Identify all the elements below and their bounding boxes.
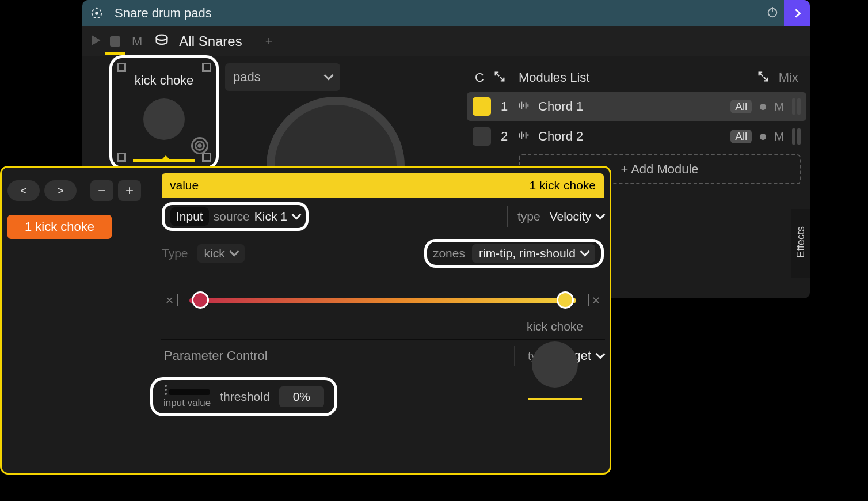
kind-select[interactable]: kick <box>197 244 245 263</box>
corner-icon <box>117 153 126 162</box>
divider <box>507 206 508 227</box>
module-dot-icon[interactable] <box>760 134 766 140</box>
module-mute[interactable]: M <box>774 130 784 143</box>
module-name: Chord 2 <box>538 129 722 144</box>
expand-icon[interactable] <box>493 70 506 85</box>
module-row[interactable]: 2 Chord 2 All M <box>467 122 806 151</box>
svg-point-24 <box>199 145 201 147</box>
kick-choke-pad-card[interactable]: kick choke <box>109 55 219 169</box>
mapping-chip[interactable]: 1 kick choke <box>7 215 112 239</box>
panel-main: value 1 kick choke Input source Kick 1 t… <box>162 173 604 416</box>
expand-icon-2[interactable] <box>757 70 770 85</box>
module-all-badge[interactable]: All <box>730 100 752 113</box>
threshold-group: input value threshold 0% <box>150 377 337 416</box>
zones-group: zones rim-tip, rim-should <box>424 239 604 268</box>
source-select[interactable]: Kick 1 <box>254 210 300 223</box>
plus-button[interactable]: + <box>118 180 141 201</box>
svg-point-7 <box>157 35 167 40</box>
chevron-down-icon <box>291 210 301 220</box>
power-icon[interactable] <box>766 6 779 21</box>
add-module-label: + Add Module <box>620 162 698 177</box>
close-icon[interactable]: ✕ <box>592 294 600 307</box>
chevron-down-icon <box>596 350 606 359</box>
svg-marker-6 <box>92 35 101 45</box>
mapping-popup: < > − + 1 kick choke value 1 kick choke … <box>0 166 611 475</box>
chevron-down-icon <box>324 71 334 81</box>
slider-handle-max[interactable] <box>557 291 574 309</box>
module-row[interactable]: 1 Chord 1 All M <box>467 92 806 121</box>
parameter-control-label: Parameter Control <box>164 348 268 363</box>
drag-handle-icon[interactable] <box>165 385 167 395</box>
threshold-value-input[interactable]: 0% <box>279 386 324 407</box>
svg-point-0 <box>95 12 98 15</box>
corner-icon <box>202 63 211 72</box>
kind-value: kick <box>204 246 225 260</box>
modules-header: C Modules List Mix <box>467 64 806 91</box>
module-index: 2 <box>499 129 509 144</box>
range-slider[interactable]: ✕ ✕ <box>162 289 604 312</box>
pads-select-label: pads <box>233 70 261 85</box>
zones-select[interactable]: rim-tip, rim-should <box>472 244 595 263</box>
next-button[interactable]: > <box>44 180 77 201</box>
type-value: Velocity <box>550 210 591 223</box>
tick-icon <box>177 294 178 306</box>
key-label: C <box>475 70 484 85</box>
input-value-label: input value <box>163 397 211 409</box>
type-label: type <box>517 210 540 223</box>
preset-tab[interactable]: All Snares <box>179 33 242 50</box>
play-button[interactable] <box>88 33 103 50</box>
mapping-chip-label: 1 kick choke <box>25 219 94 234</box>
module-dot-icon[interactable] <box>760 104 766 110</box>
input-chip[interactable]: Input <box>170 207 209 226</box>
pad-circle-icon <box>143 98 185 140</box>
corner-icon <box>117 63 126 72</box>
threshold-label: threshold <box>220 390 269 404</box>
effects-tab[interactable]: Effects <box>791 209 810 278</box>
divider <box>514 346 515 366</box>
value-header-left: value <box>170 179 199 192</box>
next-panel-button[interactable] <box>784 0 810 26</box>
modules-list-label: Modules List <box>519 70 590 85</box>
source-value: Kick 1 <box>254 210 287 223</box>
target-underline <box>528 398 582 400</box>
popup-toolbar: < > − + <box>7 180 141 201</box>
minus-button[interactable]: − <box>90 180 113 201</box>
chevron-down-icon <box>580 247 590 257</box>
target-preview-label: kick choke <box>527 320 583 333</box>
value-header: value 1 kick choke <box>162 173 604 198</box>
module-color[interactable] <box>473 97 491 116</box>
stop-button[interactable] <box>106 33 124 50</box>
add-tab-button[interactable]: + <box>265 34 273 49</box>
zones-label: zones <box>433 246 465 260</box>
target-preview: kick choke <box>527 320 583 400</box>
chevron-down-icon <box>229 247 239 257</box>
module-mute[interactable]: M <box>774 100 784 113</box>
mix-label: Mix <box>779 70 798 85</box>
type-select[interactable]: Velocity <box>550 210 604 223</box>
close-icon[interactable]: ✕ <box>165 294 174 307</box>
drum-icon <box>154 32 170 51</box>
pad-card-label: kick choke <box>112 73 216 88</box>
input-value-meter: input value <box>163 385 211 409</box>
module-meter <box>792 128 801 145</box>
titlebar: Snare drum pads <box>82 0 810 26</box>
module-index: 1 <box>499 99 509 114</box>
target-icon <box>189 135 210 158</box>
module-all-badge[interactable]: All <box>730 130 752 143</box>
slider-handle-min[interactable] <box>192 291 209 309</box>
module-color[interactable] <box>473 127 491 146</box>
window-title: Snare drum pads <box>115 6 212 21</box>
meter-bar <box>169 389 210 395</box>
effects-tab-label: Effects <box>795 226 807 258</box>
source-label: source <box>214 210 250 223</box>
prev-button[interactable]: < <box>7 180 40 201</box>
mute-button[interactable]: M <box>132 34 142 49</box>
target-pad-icon[interactable] <box>532 341 578 388</box>
chevron-down-icon <box>596 210 606 220</box>
input-source-group: Input source Kick 1 <box>162 202 309 231</box>
module-meter <box>792 98 801 115</box>
module-name: Chord 1 <box>538 99 722 114</box>
pads-select[interactable]: pads <box>225 63 340 91</box>
app-logo-icon <box>90 7 103 20</box>
value-header-right: 1 kick choke <box>529 179 596 192</box>
